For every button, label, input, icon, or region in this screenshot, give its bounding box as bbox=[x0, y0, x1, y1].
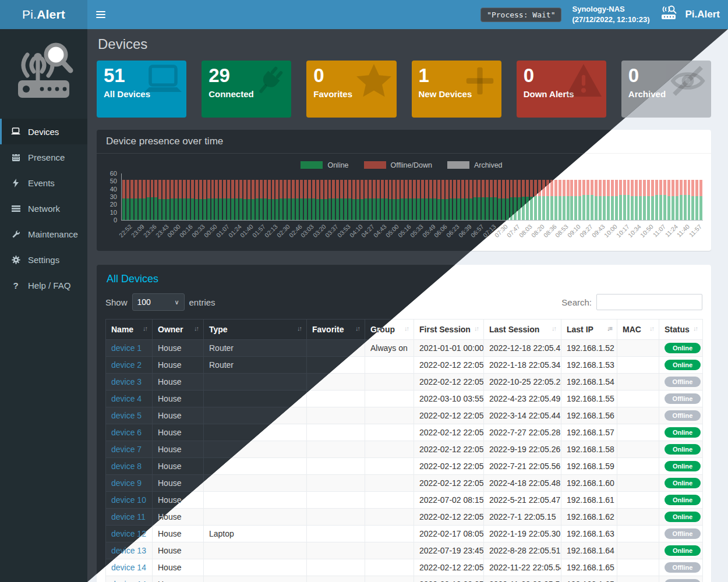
device-link[interactable]: device 5 bbox=[111, 411, 142, 420]
sort-icon: ↓↑ bbox=[552, 325, 556, 332]
column-header-last-ip[interactable]: Last IP↓≡ bbox=[561, 320, 617, 340]
sidebar-item-network[interactable]: Network bbox=[0, 196, 87, 221]
mac-cell bbox=[617, 458, 659, 475]
last-session-cell: 2022-12-18 22:05.47 bbox=[484, 340, 561, 357]
group-cell bbox=[365, 559, 414, 576]
chart-bar bbox=[554, 180, 557, 220]
column-header-type[interactable]: Type↓↑ bbox=[204, 320, 307, 340]
chart-bar bbox=[199, 180, 202, 220]
chart-bar bbox=[284, 180, 287, 220]
sidebar-item-settings[interactable]: Settings bbox=[0, 247, 87, 272]
status-badge: Online bbox=[665, 545, 701, 556]
chart-bar bbox=[203, 180, 206, 220]
sort-icon: ↓↑ bbox=[404, 325, 408, 332]
device-link[interactable]: device 3 bbox=[111, 377, 142, 386]
status-cell: Offline bbox=[659, 576, 703, 582]
sidebar-item-help[interactable]: ? Help / FAQ bbox=[0, 272, 87, 298]
brand-logo[interactable]: Pi.Alert bbox=[0, 0, 87, 29]
name-cell: device 14 bbox=[106, 576, 153, 582]
group-cell bbox=[365, 509, 414, 526]
card-down-alerts[interactable]: 0 Down Alerts bbox=[517, 61, 606, 118]
column-header-last-session[interactable]: Last Session↓↑ bbox=[484, 320, 561, 340]
type-cell bbox=[204, 542, 307, 559]
column-header-mac[interactable]: MAC↓↑ bbox=[617, 320, 659, 340]
app-title: Pi.Alert bbox=[685, 9, 720, 20]
search-input[interactable] bbox=[596, 294, 702, 310]
chart-bar bbox=[647, 180, 650, 220]
device-link[interactable]: device 8 bbox=[111, 462, 142, 471]
last-ip-cell: 192.168.1.63 bbox=[561, 526, 617, 542]
chart-bar-group bbox=[461, 180, 473, 220]
device-link[interactable]: device 10 bbox=[111, 495, 146, 505]
device-link[interactable]: device 2 bbox=[111, 360, 142, 370]
device-link[interactable]: device 14 bbox=[111, 563, 146, 572]
last-ip-cell: 192.168.1.54 bbox=[561, 374, 617, 391]
status-cell: Online bbox=[659, 475, 703, 492]
last-session-cell: 2022-5-21 22:05.47 bbox=[484, 492, 561, 509]
chart-bar-group bbox=[400, 180, 412, 220]
chart-bar-group bbox=[485, 180, 497, 220]
chart-bar bbox=[308, 180, 311, 220]
x-tick-label: 11:40 bbox=[678, 221, 691, 251]
sort-active-icon: ↓≡ bbox=[607, 325, 612, 332]
sidebar-item-maintenance[interactable]: Maintenance bbox=[0, 221, 87, 247]
column-header-owner[interactable]: Owner↓↑ bbox=[153, 320, 204, 340]
device-link[interactable]: device 4 bbox=[111, 394, 142, 403]
card-connected[interactable]: 29 Connected bbox=[202, 61, 291, 118]
column-header-name[interactable]: Name↓↑ bbox=[106, 320, 153, 340]
first-session-cell: 2022-02-12 22:05 bbox=[414, 509, 484, 526]
sidebar-item-devices[interactable]: Devices bbox=[0, 119, 87, 144]
router-magnifier-icon bbox=[660, 5, 680, 25]
device-link[interactable]: device 11 bbox=[111, 512, 146, 521]
chart-bar-group bbox=[691, 180, 703, 220]
chart-bar bbox=[122, 180, 125, 220]
chart-bar bbox=[195, 180, 198, 220]
chart-bar-group bbox=[630, 180, 642, 220]
chart-bar bbox=[183, 180, 186, 220]
page-length-select[interactable]: 100 ∨ bbox=[132, 293, 185, 311]
device-link[interactable]: device 14 bbox=[111, 580, 146, 582]
x-tick-label: 10:50 bbox=[642, 221, 655, 251]
card-all-devices[interactable]: 51 All Devices bbox=[97, 61, 186, 118]
summary-cards: 51 All Devices 29 Connected 0 Favorites bbox=[97, 61, 711, 118]
chart-bar-group bbox=[679, 180, 691, 220]
chart-bar-group bbox=[619, 180, 631, 220]
chart-bar-group bbox=[546, 180, 558, 220]
sidebar: Devices Presence Events Network Maintena… bbox=[0, 29, 87, 582]
status-badge: Online bbox=[665, 444, 701, 455]
card-new-devices[interactable]: 1 New Devices bbox=[412, 61, 501, 118]
chart-bar bbox=[304, 180, 307, 220]
chart-bar bbox=[586, 180, 589, 220]
column-header-first-session[interactable]: First Session↓↑ bbox=[414, 320, 484, 340]
chart-bar bbox=[591, 180, 593, 220]
device-link[interactable]: device 6 bbox=[111, 428, 142, 437]
sidebar-item-presence[interactable]: Presence bbox=[0, 144, 87, 170]
chart-bar bbox=[465, 180, 468, 220]
mac-cell bbox=[617, 424, 659, 441]
last-session-cell: 2022-11-22 22:05.54 bbox=[484, 576, 561, 582]
last-session-cell: 2022-7-1 22:05.15 bbox=[484, 509, 561, 526]
device-link[interactable]: device 9 bbox=[111, 478, 142, 488]
card-favorites[interactable]: 0 Favorites bbox=[306, 61, 396, 118]
last-ip-cell: 192.168.1.60 bbox=[561, 475, 617, 492]
chart-bar bbox=[332, 180, 335, 220]
chart-bar bbox=[699, 180, 702, 220]
hamburger-menu-icon[interactable] bbox=[87, 0, 114, 29]
favorite-cell bbox=[307, 407, 365, 424]
chart-bar bbox=[162, 180, 165, 220]
column-header-favorite[interactable]: Favorite↓↑ bbox=[307, 320, 365, 340]
chart-bar bbox=[243, 180, 246, 220]
device-link[interactable]: device 1 bbox=[111, 343, 142, 353]
status-cell: Online bbox=[659, 542, 703, 559]
name-cell: device 3 bbox=[106, 374, 153, 391]
chart-bar-group bbox=[170, 180, 182, 220]
top-header: Pi.Alert "Process: Wait" Synology-NAS (2… bbox=[0, 0, 728, 29]
chart-bar bbox=[292, 180, 295, 220]
column-header-status[interactable]: Status↓↑ bbox=[659, 320, 703, 340]
last-session-cell: 2022-8-28 22:05.51 bbox=[484, 542, 561, 559]
chart-bar bbox=[268, 180, 271, 220]
calendar-icon bbox=[10, 153, 21, 162]
favorite-cell bbox=[307, 391, 365, 407]
device-link[interactable]: device 7 bbox=[111, 445, 142, 454]
sidebar-item-events[interactable]: Events bbox=[0, 170, 87, 196]
